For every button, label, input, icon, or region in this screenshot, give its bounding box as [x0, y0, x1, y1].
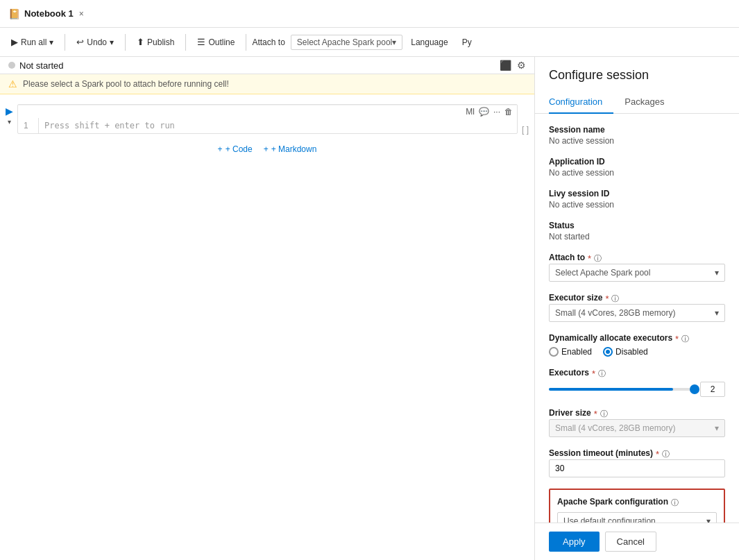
cell-comment-button[interactable]: 💬 — [479, 107, 489, 117]
livy-session-label: Livy session ID — [549, 189, 725, 198]
notebook-icon: 📔 — [8, 8, 20, 19]
apache-spark-label-row: Apache Spark configuration ⓘ — [557, 497, 717, 508]
attach-to-chevron-icon: ▾ — [715, 268, 719, 278]
undo-button[interactable]: ↩ Undo ▾ — [71, 34, 119, 50]
add-code-label: + Code — [226, 144, 253, 154]
executors-info-icon[interactable]: ⓘ — [598, 368, 606, 379]
status-config-label: Status — [549, 221, 725, 230]
cell-code[interactable]: Press shift + enter to run — [39, 118, 517, 133]
undo-chevron[interactable]: ▾ — [110, 37, 114, 47]
session-timeout-input[interactable] — [549, 459, 725, 477]
notebook-area: Not started ⬛ ⚙ ⚠ Please select a Spark … — [0, 57, 534, 560]
add-code-button[interactable]: + + Code — [218, 144, 253, 154]
status-config-value: Not started — [549, 232, 725, 241]
config-panel-body: Session name No active session Applicati… — [535, 114, 739, 523]
settings-button[interactable]: ⚙ — [517, 60, 526, 71]
executor-size-label: Executor size — [549, 293, 602, 303]
notebook-cell: ▶ ▾ Ml 💬 ··· 🗑 1 Press — [0, 101, 534, 137]
outline-button[interactable]: ☰ Outline — [192, 34, 240, 50]
config-panel-header: Configure session Configuration Packages — [535, 57, 739, 114]
undo-label: Undo — [87, 37, 107, 47]
cell-delete-button[interactable]: 🗑 — [504, 107, 513, 117]
language-button[interactable]: Language — [405, 35, 453, 50]
session-timeout-info-icon[interactable]: ⓘ — [662, 449, 670, 459]
publish-button[interactable]: ⬆ Publish — [131, 34, 180, 50]
notebook-title: Notebook 1 — [24, 8, 74, 19]
executor-size-info-icon[interactable]: ⓘ — [611, 294, 619, 304]
application-id-value: No active session — [549, 168, 725, 178]
cell-expand-button[interactable]: ▾ — [6, 118, 13, 126]
apache-spark-config-dropdown[interactable]: Use default configuration ▾ — [557, 512, 717, 523]
session-timeout-field: Session timeout (minutes) * ⓘ — [549, 448, 725, 477]
close-button[interactable]: × — [79, 9, 84, 19]
attach-to-label: Attach to — [252, 37, 284, 47]
warning-icon: ⚠ — [8, 78, 17, 90]
spark-pool-dropdown[interactable]: Select Apache Spark pool ▾ — [291, 35, 402, 50]
cell-ml-button[interactable]: Ml — [466, 107, 475, 117]
driver-size-value: Small (4 vCores, 28GB memory) — [555, 423, 675, 433]
dynamic-allocate-info-icon[interactable]: ⓘ — [681, 334, 689, 344]
session-timeout-label-row: Session timeout (minutes) * ⓘ — [549, 448, 725, 459]
executor-size-dropdown[interactable]: Small (4 vCores, 28GB memory) ▾ — [549, 304, 725, 322]
executors-value[interactable]: 2 — [700, 382, 725, 397]
executors-required: * — [592, 368, 595, 379]
session-name-label: Session name — [549, 125, 725, 135]
add-markdown-icon: + — [264, 144, 269, 154]
cancel-button[interactable]: Cancel — [605, 532, 656, 552]
config-tabs: Configuration Packages — [549, 91, 725, 113]
session-timeout-label: Session timeout (minutes) — [549, 448, 653, 458]
executor-size-chevron-icon: ▾ — [715, 308, 719, 318]
lang-badge: Py — [462, 37, 472, 47]
application-id-label: Application ID — [549, 157, 725, 167]
stop-session-button[interactable]: ⬛ — [500, 60, 511, 71]
session-timeout-required: * — [656, 449, 659, 459]
undo-icon: ↩ — [76, 37, 84, 47]
attach-to-label-row: Attach to * ⓘ — [549, 253, 725, 264]
apache-spark-config-value: Use default configuration — [563, 516, 656, 523]
play-icon: ▶ — [11, 37, 18, 47]
status-label: Not started — [19, 60, 64, 71]
session-name-value: No active session — [549, 136, 725, 146]
driver-size-info-icon[interactable]: ⓘ — [600, 409, 608, 419]
driver-size-field: Driver size * ⓘ Small (4 vCores, 28GB me… — [549, 408, 725, 437]
cell-controls: ▶ ▾ — [6, 104, 13, 126]
executors-slider-container: 2 — [549, 382, 725, 397]
separator-2 — [125, 34, 126, 51]
cell-body: Ml 💬 ··· 🗑 1 Press shift + enter to run — [17, 104, 518, 134]
warning-banner: ⚠ Please select a Spark pool to attach b… — [0, 74, 534, 94]
radio-enabled[interactable]: Enabled — [549, 347, 592, 357]
executors-slider-track[interactable] — [549, 388, 695, 391]
run-all-chevron[interactable]: ▾ — [49, 37, 53, 47]
executor-size-value: Small (4 vCores, 28GB memory) — [555, 308, 675, 318]
tab-packages[interactable]: Packages — [625, 91, 675, 114]
publish-label: Publish — [147, 37, 174, 47]
attach-to-field: Attach to * ⓘ Select Apache Spark pool ▾ — [549, 253, 725, 282]
run-all-label: Run all — [21, 37, 46, 47]
application-id-field: Application ID No active session — [549, 157, 725, 178]
cell-bracket: [ ] — [522, 125, 529, 135]
dynamic-allocate-label-row: Dynamically allocate executors * ⓘ — [549, 333, 725, 344]
lang-badge-button[interactable]: Py — [457, 35, 477, 50]
separator-4 — [246, 34, 246, 51]
attach-to-config-label: Attach to — [549, 253, 585, 262]
cell-container: ▶ ▾ Ml 💬 ··· 🗑 1 Press — [0, 94, 534, 560]
apache-spark-config-section: Apache Spark configuration ⓘ Use default… — [549, 489, 725, 523]
apache-spark-info-icon[interactable]: ⓘ — [671, 498, 679, 508]
add-markdown-button[interactable]: + + Markdown — [264, 144, 317, 154]
radio-disabled[interactable]: Disabled — [603, 347, 648, 357]
radio-disabled-circle — [603, 347, 613, 357]
add-markdown-label: + Markdown — [271, 144, 317, 154]
run-all-button[interactable]: ▶ Run all ▾ — [6, 34, 59, 50]
apply-button[interactable]: Apply — [549, 532, 600, 552]
attach-to-dropdown[interactable]: Select Apache Spark pool ▾ — [549, 264, 725, 282]
cell-more-button[interactable]: ··· — [493, 107, 500, 117]
cell-run-button[interactable]: ▶ — [6, 105, 13, 117]
executor-size-field: Executor size * ⓘ Small (4 vCores, 28GB … — [549, 293, 725, 322]
livy-session-value: No active session — [549, 200, 725, 210]
radio-enabled-label: Enabled — [561, 347, 592, 357]
attach-to-dropdown-value: Select Apache Spark pool — [555, 268, 650, 278]
executors-slider-thumb[interactable] — [690, 384, 699, 394]
radio-disabled-label: Disabled — [615, 347, 648, 357]
attach-to-info-icon[interactable]: ⓘ — [594, 253, 602, 264]
tab-configuration[interactable]: Configuration — [549, 91, 613, 114]
